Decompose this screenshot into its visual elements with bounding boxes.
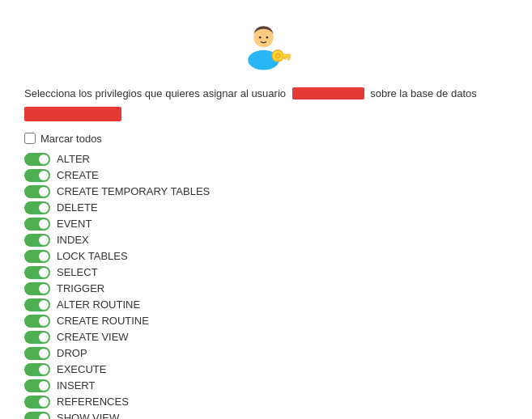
privilege-toggle[interactable] (24, 315, 50, 328)
privilege-label: ALTER ROUTINE (57, 298, 140, 311)
privilege-label: DROP (57, 347, 87, 359)
privilege-label: EXECUTE (57, 363, 106, 375)
privilege-label: INDEX (57, 234, 89, 246)
privilege-item: ALTER ROUTINE (24, 298, 508, 311)
svg-rect-7 (282, 54, 291, 57)
privilege-label: SELECT (57, 266, 98, 278)
privilege-toggle[interactable] (24, 412, 50, 420)
privilege-toggle[interactable] (24, 282, 50, 295)
database-name-bar (24, 107, 121, 121)
toggle-thumb (39, 219, 49, 229)
svg-point-2 (258, 36, 261, 39)
privilege-item: TRIGGER (24, 282, 508, 295)
privilege-item: ALTER (24, 153, 508, 166)
avatar-container (24, 16, 508, 73)
user-key-icon (238, 16, 295, 73)
svg-point-3 (266, 36, 268, 39)
privilege-toggle[interactable] (24, 396, 50, 408)
toggle-thumb (39, 381, 49, 391)
privilege-toggle[interactable] (24, 347, 50, 360)
privilege-label: TRIGGER (57, 282, 104, 294)
privilege-toggle[interactable] (24, 363, 50, 376)
privilege-toggle[interactable] (24, 379, 50, 392)
privilege-item: DROP (24, 347, 508, 360)
toggle-thumb (39, 252, 49, 261)
mark-all-label[interactable]: Marcar todos (40, 133, 102, 145)
privilege-label: DELETE (57, 201, 98, 214)
privilege-label: SHOW VIEW (57, 412, 119, 419)
privilege-item: INDEX (24, 234, 508, 247)
privilege-label: CREATE ROUTINE (57, 315, 149, 327)
privilege-item: DELETE (24, 201, 508, 214)
privilege-item: SHOW VIEW (24, 412, 508, 420)
privilege-toggle[interactable] (24, 218, 50, 231)
privilege-label: INSERT (57, 379, 95, 391)
toggle-thumb (39, 332, 49, 342)
privilege-label: CREATE (57, 169, 99, 181)
toggle-thumb (39, 187, 49, 197)
toggle-thumb (39, 316, 49, 326)
privilege-label: LOCK TABLES (57, 250, 128, 262)
privilege-toggle[interactable] (24, 298, 50, 311)
svg-rect-8 (287, 57, 290, 61)
privilege-label: CREATE TEMPORARY TABLES (57, 185, 210, 197)
privilege-item: SELECT (24, 266, 508, 279)
toggle-thumb (39, 349, 49, 358)
svg-point-6 (276, 54, 279, 57)
toggle-thumb (39, 154, 49, 164)
toggle-thumb (39, 171, 49, 180)
privilege-item: EXECUTE (24, 363, 508, 376)
privilege-toggle[interactable] (24, 153, 50, 166)
privilege-toggle[interactable] (24, 201, 50, 214)
privilege-item: CREATE ROUTINE (24, 315, 508, 328)
toggle-thumb (39, 284, 49, 294)
privilege-toggle[interactable] (24, 234, 50, 247)
toggle-thumb (39, 365, 49, 375)
privilege-toggle[interactable] (24, 250, 50, 263)
toggle-thumb (39, 203, 49, 213)
privilege-label: EVENT (57, 218, 92, 230)
privilege-label: REFERENCES (57, 396, 129, 408)
toggle-thumb (39, 268, 49, 277)
toggle-thumb (39, 300, 49, 310)
privilege-item: EVENT (24, 218, 508, 231)
privilege-toggle[interactable] (24, 266, 50, 279)
privilege-item: CREATE TEMPORARY TABLES (24, 185, 508, 198)
privilege-label: CREATE VIEW (57, 331, 129, 343)
privilege-item: LOCK TABLES (24, 250, 508, 263)
privilege-list: ALTERCREATECREATE TEMPORARY TABLESDELETE… (24, 153, 508, 420)
privilege-label: ALTER (57, 153, 90, 165)
privilege-toggle[interactable] (24, 331, 50, 344)
privilege-item: INSERT (24, 379, 508, 392)
privilege-toggle[interactable] (24, 169, 50, 182)
toggle-thumb (39, 235, 49, 245)
privilege-item: REFERENCES (24, 396, 508, 408)
toggle-thumb (39, 397, 49, 407)
mark-all-checkbox[interactable] (24, 133, 36, 144)
privilege-toggle[interactable] (24, 185, 50, 198)
svg-rect-9 (283, 57, 286, 60)
privilege-item: CREATE (24, 169, 508, 182)
mark-all-row: Marcar todos (24, 133, 508, 145)
description-text: Selecciona los privilegios que quieres a… (24, 86, 508, 102)
privilege-item: CREATE VIEW (24, 331, 508, 344)
username-highlight (292, 87, 364, 99)
